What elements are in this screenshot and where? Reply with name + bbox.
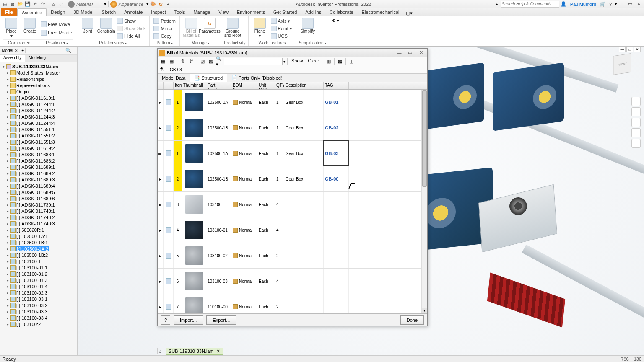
place-button[interactable]: Place▾ [3,17,20,39]
panel-relationships-label[interactable]: Relationships [79,40,147,45]
tab-assemble[interactable]: Assemble [17,8,47,16]
tree-folder[interactable]: ▸Representations [0,82,77,88]
bom-tool-5-icon[interactable]: ▧ [199,58,206,65]
cell-qty[interactable]: 2 [275,243,284,268]
tree-node[interactable]: ▸[:]:500620R:1 [0,227,77,233]
nav-pan-icon[interactable] [631,107,641,116]
cell-unitqty[interactable]: Each [257,243,275,268]
row-expand-icon[interactable]: ▸ [158,217,164,243]
bom-row[interactable]: ▸ 7 110100-00 Normal Each 2 [158,294,421,313]
browser-mode-modeling[interactable]: Modeling [25,55,49,62]
tree-node[interactable]: ▸[:]:ADSK-011688:1 [0,151,77,158]
open-icon[interactable]: 📂 [17,1,23,8]
tree-node[interactable]: ▸[:]:ADSK-011740:1 [0,208,77,214]
tree-node[interactable]: ▸[:]:ADSK-011689:5 [0,189,77,195]
document-tab[interactable]: SUB-119310-33N.iam✕ [166,348,223,355]
show-button[interactable]: Show [116,17,147,25]
cell-partnumber[interactable]: 103100-03 [206,269,231,294]
bom-tab-structured[interactable]: 📑Structured [190,74,227,82]
axis-button[interactable]: Axis ▾ [270,17,293,25]
tree-node[interactable]: ▸[:]:ADSK-011551:1 [0,126,77,132]
ribbon-collapse-icon[interactable]: ▢▾ [406,10,413,16]
bom-tool-6-icon[interactable]: ▨ [207,58,215,65]
restore-button[interactable]: ▭ [626,1,634,7]
tree-node[interactable]: ▸[:]:103100-01:2 [0,271,77,277]
cell-tag[interactable] [324,192,349,217]
row-expand-icon[interactable]: ▸ [158,166,164,191]
browser-mode-assembly[interactable]: Assembly [0,55,25,62]
cell-partnumber[interactable]: 102500-1A [206,90,231,115]
cell-qty[interactable]: 1 [275,141,284,166]
cell-bomstructure[interactable]: Normal [231,243,257,268]
tree-folder[interactable]: ▸Origin [0,88,77,95]
col-tag[interactable]: TAG [324,82,349,89]
tab-file[interactable]: File [1,8,17,16]
fx-icon[interactable]: fx [157,1,164,8]
app-menu-icon[interactable]: ▤ [2,1,8,8]
cell-description[interactable]: Gear Box [284,166,324,191]
cell-qty[interactable]: 4 [275,192,284,217]
tree-folder[interactable]: ▸Model States: Master [0,70,77,76]
cell-bomstructure[interactable]: Normal [231,192,257,217]
tab-sketch[interactable]: Sketch [98,8,120,16]
tree-node[interactable]: ▸[:]:ADSK-011739:1 [0,202,77,208]
cell-description[interactable] [284,243,324,268]
col-description[interactable]: Description [284,82,324,89]
panel-component-label[interactable]: Component Position ▾ [3,39,73,45]
tab-collaborate[interactable]: Collaborate [325,8,357,16]
tree-node[interactable]: ▸[:]:ADSK-011689:2 [0,170,77,176]
cell-tag[interactable] [324,294,349,313]
bom-sort-desc-icon[interactable]: ⇵ [187,58,195,65]
bom-scrollbar[interactable]: ▴ ▾ [421,90,427,313]
cell-qty[interactable]: 2 [275,294,284,313]
tab-manage[interactable]: Manage [189,8,214,16]
cell-tag[interactable] [324,243,349,268]
row-expand-icon[interactable]: ▸ [158,192,164,217]
bom-minimize-button[interactable]: — [395,50,404,55]
undo-icon[interactable]: ↶ [32,1,39,8]
bom-row[interactable]: ▸ 3 103100 Normal Each 4 [158,192,421,217]
viewcube[interactable]: FRONT [613,53,631,75]
bom-maximize-button[interactable]: ▭ [405,50,415,55]
tree-node[interactable]: ▸[:]:103100:1 [0,258,77,264]
cell-item[interactable]: 4 [174,217,182,243]
row-expand-icon[interactable]: ▸ [158,269,164,294]
new-icon[interactable]: 🗎 [9,1,16,8]
cell-tag[interactable] [324,269,349,294]
bom-combo[interactable] [224,58,283,65]
browser-tab-model[interactable]: Model [2,48,13,53]
material-icon[interactable] [68,1,75,8]
row-expand-icon[interactable]: ▸ [158,294,164,313]
cell-bomstructure[interactable]: Normal [231,269,257,294]
bom-close-button[interactable]: ✕ [416,50,426,55]
tree-node[interactable]: ▸[:]:103100-02:3 [0,290,77,296]
nav-lookat-icon[interactable] [631,139,641,148]
tree-node[interactable]: ▸[:]:102500-1B:2 [0,252,77,258]
minimize-button[interactable]: — [618,2,626,7]
cell-unitqty[interactable]: Each [257,294,275,313]
cell-item[interactable]: 3 [174,192,182,217]
tree-node[interactable]: ▸[:]:ADSK-011689:6 [0,195,77,202]
help-search-input[interactable] [501,1,559,8]
doc-home-icon[interactable]: ⌂ [157,348,164,354]
tree-node[interactable]: ▸[:]:ADSK-011551:3 [0,139,77,145]
tab-addins[interactable]: Add-Ins [301,8,325,16]
cell-description[interactable]: Gear Box [284,115,324,140]
cell-tag[interactable] [324,217,349,243]
cell-partnumber[interactable]: 102500-1B [206,166,231,191]
cell-unitqty[interactable]: Each [257,115,275,140]
cell-item[interactable]: 6 [174,269,182,294]
tree-node[interactable]: ▸[:]:103100-03:4 [0,315,77,321]
pattern-button[interactable]: Pattern [152,17,177,25]
bom-row[interactable]: ▸ 6 103100-03 Normal Each 4 [158,269,421,294]
tree-node[interactable]: ▸[:]:ADSK-011689:4 [0,183,77,189]
bom-row[interactable]: ▸ 1 102500-1A Normal Each 1 Gear Box GB-… [158,90,421,115]
cell-item[interactable]: 7 [174,294,182,313]
row-expand-icon[interactable]: ▸ [158,243,164,268]
tree-node[interactable]: ▸[:]:ADSK-011740:3 [0,220,77,227]
copy-button[interactable]: Copy [152,32,177,40]
close-button[interactable]: ✕ [635,1,642,7]
cell-bomstructure[interactable]: Normal [231,166,257,191]
point-button[interactable]: Point ▾ [270,25,293,32]
material-dropdown[interactable]: Material [76,2,101,7]
